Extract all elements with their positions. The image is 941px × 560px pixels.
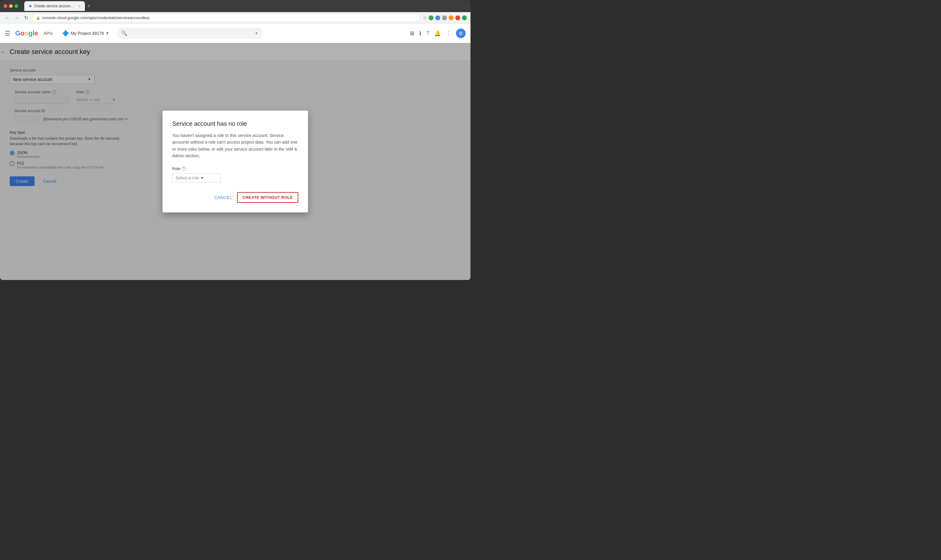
google-logo: Google — [15, 29, 38, 37]
more-icon[interactable]: ⋮ — [446, 30, 451, 37]
dialog-cancel-button[interactable]: CANCEL — [214, 192, 232, 203]
lock-icon: 🔒 — [36, 16, 40, 20]
dialog-actions: CANCEL CREATE WITHOUT ROLE — [172, 192, 298, 203]
project-selector[interactable]: 🔷 My Project 49179 ▼ — [60, 29, 112, 38]
ext-icon-4[interactable] — [449, 15, 454, 20]
forward-button[interactable]: → — [13, 14, 21, 22]
dialog-overlay: Service account has no role You haven't … — [0, 43, 470, 280]
star-icon[interactable]: ☆ — [423, 15, 427, 21]
tab-favicon: G — [28, 4, 32, 8]
apis-label: APIs — [44, 31, 53, 36]
menu-icon[interactable]: ☰ — [5, 30, 10, 37]
refresh-button[interactable]: ↻ — [23, 14, 29, 22]
search-dropdown-icon[interactable]: ▼ — [255, 31, 258, 35]
traffic-lights — [4, 4, 18, 8]
dialog-role-select[interactable]: Select a role ▼ — [172, 173, 221, 182]
dialog-title: Service account has no role — [172, 120, 298, 127]
project-dropdown-icon[interactable]: ▼ — [105, 31, 109, 35]
apps-icon[interactable]: ⊞ — [410, 30, 414, 37]
maximize-button[interactable] — [15, 4, 18, 8]
ext-icon-6[interactable] — [462, 15, 467, 20]
url-text: console.cloud.google.com/apis/credential… — [42, 15, 150, 20]
title-bar: G Create service account key - M ✕ + — [0, 0, 470, 12]
address-actions: ☆ — [423, 15, 467, 21]
header-actions: ⊞ ℹ ? 🔔 ⋮ D — [410, 28, 466, 38]
header-search[interactable]: 🔍 ▼ — [116, 28, 263, 39]
close-button[interactable] — [4, 4, 7, 8]
url-bar[interactable]: 🔒 console.cloud.google.com/apis/credenti… — [32, 14, 420, 22]
address-bar: ← → ↻ 🔒 console.cloud.google.com/apis/cr… — [0, 12, 470, 24]
active-tab[interactable]: G Create service account key - M ✕ — [24, 1, 85, 11]
info-icon[interactable]: ℹ — [419, 30, 421, 37]
gapi-header: ☰ Google APIs 🔷 My Project 49179 ▼ 🔍 ▼ ⊞… — [0, 24, 470, 43]
page-content: ← Create service account key Service acc… — [0, 43, 470, 280]
ext-icon-5[interactable] — [455, 15, 460, 20]
help-icon[interactable]: ? — [426, 30, 429, 36]
dialog-role-label: Role ? — [172, 166, 298, 171]
dialog-role-placeholder: Select a role — [176, 175, 199, 180]
tab-title: Create service account key - M — [34, 4, 75, 8]
search-icon: 🔍 — [121, 30, 127, 36]
new-tab-button[interactable]: + — [85, 3, 93, 9]
notifications-icon[interactable]: 🔔 — [434, 30, 441, 37]
svg-text:G: G — [30, 5, 31, 7]
tab-close-button[interactable]: ✕ — [78, 5, 81, 8]
dialog-create-without-button[interactable]: CREATE WITHOUT ROLE — [237, 192, 298, 203]
project-name: My Project 49179 — [71, 31, 104, 36]
ext-icon-3[interactable] — [442, 15, 447, 20]
back-button[interactable]: ← — [4, 14, 11, 22]
dialog: Service account has no role You haven't … — [162, 111, 308, 213]
avatar[interactable]: D — [456, 28, 466, 38]
minimize-button[interactable] — [9, 4, 13, 8]
ext-icon-2[interactable] — [435, 15, 440, 20]
dialog-role-help-icon[interactable]: ? — [182, 167, 186, 171]
dialog-role-chevron-icon: ▼ — [200, 176, 204, 180]
tab-bar: G Create service account key - M ✕ + — [24, 1, 467, 11]
dialog-body: You haven't assigned a role to this serv… — [172, 132, 298, 159]
ext-icon-1[interactable] — [429, 15, 434, 20]
